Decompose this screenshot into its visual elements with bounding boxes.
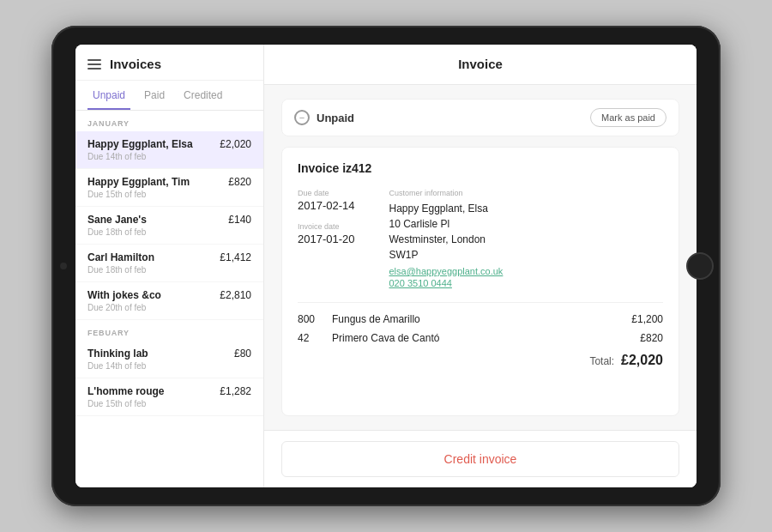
invoice-name: Thinking lab bbox=[87, 348, 148, 360]
hamburger-icon[interactable] bbox=[87, 59, 101, 70]
due-date-label: Due date bbox=[298, 189, 355, 197]
right-panel: Invoice − Unpaid Mark as paid Invoice iz… bbox=[264, 45, 697, 487]
left-header: Invoices bbox=[75, 45, 263, 81]
invoice-item[interactable]: Happy Eggplant, Tim £820 Due 15th of feb bbox=[75, 169, 263, 207]
invoice-amount: £2,020 bbox=[220, 138, 251, 150]
invoice-name: Carl Hamilton bbox=[87, 251, 154, 263]
credit-invoice-button[interactable]: Credit invoice bbox=[281, 441, 679, 477]
line-qty: 800 bbox=[298, 313, 322, 325]
tab-credited[interactable]: Credited bbox=[178, 82, 227, 110]
invoice-due: Due 14th of feb bbox=[87, 152, 251, 161]
left-panel: Invoices Unpaid Paid Credited January Ha… bbox=[75, 45, 264, 487]
customer-name: Happy Eggplant, Elsa10 Carlisle PlWestmi… bbox=[389, 201, 504, 263]
tab-paid[interactable]: Paid bbox=[139, 82, 170, 110]
invoice-date-value: 2017-01-20 bbox=[298, 233, 355, 245]
invoice-amount: £80 bbox=[234, 348, 251, 360]
invoice-name: With jokes &co bbox=[87, 289, 161, 301]
customer-info-label: Customer information bbox=[389, 189, 504, 197]
invoice-meta: Due date 2017-02-14 Invoice date 2017-01… bbox=[298, 189, 663, 288]
invoice-item[interactable]: L'homme rouge £1,282 Due 15th of feb bbox=[75, 378, 263, 416]
invoice-due: Due 18th of feb bbox=[87, 227, 251, 237]
invoice-name: L'homme rouge bbox=[87, 385, 165, 397]
line-items: 800 Fungus de Amarillo £1,200 42 Primero… bbox=[298, 313, 663, 344]
invoice-list: January Happy Eggplant, Elsa £2,020 Due … bbox=[75, 111, 263, 487]
invoice-name: Happy Eggplant, Elsa bbox=[87, 138, 193, 150]
invoice-date-label: Invoice date bbox=[298, 222, 355, 231]
due-date-value: 2017-02-14 bbox=[298, 199, 355, 212]
status-bar: − Unpaid Mark as paid bbox=[281, 99, 679, 136]
invoice-due: Due 15th of feb bbox=[87, 399, 251, 408]
tab-unpaid[interactable]: Unpaid bbox=[87, 82, 130, 110]
section-label-january: January bbox=[75, 111, 263, 131]
invoice-amount: £2,810 bbox=[220, 289, 251, 301]
section-label-february: Febuary bbox=[75, 320, 263, 341]
invoice-card: Invoice iz412 Due date 2017-02-14 Invoic… bbox=[281, 147, 679, 416]
invoice-due: Due 20th of feb bbox=[87, 303, 251, 312]
tabs-row: Unpaid Paid Credited bbox=[75, 82, 263, 111]
right-header: Invoice bbox=[264, 45, 697, 85]
invoice-item[interactable]: Carl Hamilton £1,412 Due 18th of feb bbox=[75, 245, 263, 282]
invoice-item[interactable]: With jokes &co £2,810 Due 20th of feb bbox=[75, 282, 263, 320]
credit-invoice-section: Credit invoice bbox=[264, 430, 697, 487]
screen: Invoices Unpaid Paid Credited January Ha… bbox=[75, 45, 697, 487]
total-amount: £2,020 bbox=[621, 353, 663, 368]
invoice-amount: £1,282 bbox=[220, 385, 251, 397]
line-item: 800 Fungus de Amarillo £1,200 bbox=[298, 313, 663, 325]
total-row: Total: £2,020 bbox=[298, 353, 663, 368]
status-text: Unpaid bbox=[317, 112, 354, 124]
line-name: Fungus de Amarillo bbox=[332, 313, 621, 325]
divider bbox=[298, 302, 663, 303]
line-item: 42 Primero Cava de Cantó £820 bbox=[298, 332, 663, 344]
line-price: £820 bbox=[640, 332, 663, 344]
total-label: Total: bbox=[589, 355, 614, 367]
invoice-name: Happy Eggplant, Tim bbox=[87, 176, 190, 188]
line-price: £1,200 bbox=[631, 313, 663, 325]
invoice-amount: £820 bbox=[228, 176, 251, 188]
invoice-due: Due 14th of feb bbox=[87, 361, 251, 371]
mark-as-paid-button[interactable]: Mark as paid bbox=[590, 108, 666, 127]
invoice-number: Invoice iz412 bbox=[298, 161, 663, 175]
invoice-due: Due 15th of feb bbox=[87, 190, 251, 199]
invoice-item[interactable]: Thinking lab £80 Due 14th of feb bbox=[75, 341, 263, 378]
customer-email[interactable]: elsa@happyeggplant.co.uk bbox=[389, 266, 504, 276]
invoice-amount: £140 bbox=[228, 214, 251, 226]
invoice-name: Sane Jane's bbox=[87, 214, 147, 226]
right-panel-title: Invoice bbox=[458, 57, 503, 71]
customer-phone[interactable]: 020 3510 0444 bbox=[389, 278, 504, 288]
invoice-amount: £1,412 bbox=[220, 251, 251, 263]
invoice-due: Due 18th of feb bbox=[87, 265, 251, 275]
invoice-detail: − Unpaid Mark as paid Invoice iz412 Due … bbox=[264, 85, 697, 430]
tablet: Invoices Unpaid Paid Credited January Ha… bbox=[51, 26, 721, 506]
left-panel-title: Invoices bbox=[110, 57, 161, 71]
line-qty: 42 bbox=[298, 332, 322, 344]
line-name: Primero Cava de Cantó bbox=[332, 332, 630, 344]
invoice-item[interactable]: Sane Jane's £140 Due 18th of feb bbox=[75, 207, 263, 245]
invoice-item[interactable]: Happy Eggplant, Elsa £2,020 Due 14th of … bbox=[75, 131, 263, 169]
unpaid-icon: − bbox=[294, 110, 310, 125]
